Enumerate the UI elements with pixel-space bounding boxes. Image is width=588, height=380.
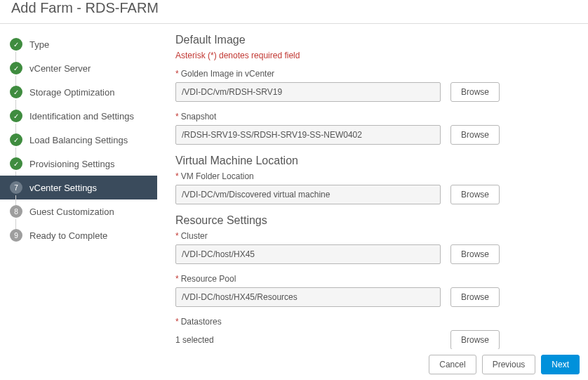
step-storage-optimization[interactable]: Storage Optimization — [0, 80, 157, 104]
wizard-title: Add Farm - RDS-FARM — [11, 0, 577, 16]
datastores-label: *Datastores — [175, 317, 570, 327]
step-vcenter-server[interactable]: vCenter Server — [0, 56, 157, 80]
vm-folder-input[interactable] — [175, 185, 441, 204]
section-resource-settings: Resource Settings — [175, 214, 570, 227]
cluster-label: *Cluster — [175, 231, 570, 241]
check-icon — [10, 62, 22, 74]
snapshot-input[interactable] — [175, 125, 441, 145]
wizard-footer: Cancel Previous Next — [0, 349, 588, 380]
cancel-button[interactable]: Cancel — [429, 355, 476, 374]
wizard-header: Add Farm - RDS-FARM — [0, 0, 588, 24]
step-label: Provisioning Settings — [29, 159, 114, 169]
step-vcenter-settings[interactable]: 7 vCenter Settings — [0, 176, 157, 199]
step-label: Type — [29, 39, 49, 50]
field-snapshot: *Snapshot Browse — [175, 112, 570, 145]
step-number-icon: 8 — [10, 205, 22, 218]
browse-vm-folder-button[interactable]: Browse — [450, 185, 500, 204]
resource-pool-input[interactable] — [175, 287, 441, 307]
step-load-balancing[interactable]: Load Balancing Settings — [0, 128, 157, 152]
browse-cluster-button[interactable]: Browse — [450, 244, 500, 264]
browse-snapshot-button[interactable]: Browse — [450, 125, 500, 145]
next-button[interactable]: Next — [541, 355, 580, 374]
step-number-icon: 7 — [10, 181, 22, 194]
wizard-content: Default Image Asterisk (*) denotes requi… — [157, 24, 588, 354]
check-icon — [10, 133, 22, 146]
check-icon — [10, 157, 22, 170]
step-label: Identification and Settings — [29, 111, 134, 122]
snapshot-label: *Snapshot — [175, 112, 570, 122]
required-field-note: Asterisk (*) denotes required field — [175, 51, 570, 60]
step-label: vCenter Settings — [29, 183, 97, 193]
datastores-selected: 1 selected — [175, 335, 441, 345]
step-label: Guest Customization — [29, 207, 114, 217]
field-golden-image: *Golden Image in vCenter Browse — [175, 69, 570, 102]
step-number-icon: 9 — [10, 229, 22, 242]
check-icon — [10, 110, 22, 122]
section-vm-location: Virtual Machine Location — [175, 155, 570, 167]
step-provisioning[interactable]: Provisioning Settings — [0, 152, 157, 176]
vm-folder-label: *VM Folder Location — [175, 171, 570, 181]
step-type[interactable]: Type — [0, 32, 157, 56]
field-datastores: *Datastores 1 selected Browse — [175, 317, 570, 350]
wizard-sidebar: Type vCenter Server Storage Optimization… — [0, 24, 157, 354]
field-vm-folder: *VM Folder Location Browse — [175, 171, 570, 204]
golden-image-label: *Golden Image in vCenter — [175, 69, 570, 79]
field-cluster: *Cluster Browse — [175, 231, 570, 264]
step-label: Load Balancing Settings — [29, 135, 128, 145]
previous-button[interactable]: Previous — [482, 355, 536, 374]
step-label: Storage Optimization — [29, 87, 114, 98]
field-resource-pool: *Resource Pool Browse — [175, 274, 570, 307]
step-label: vCenter Server — [29, 63, 91, 74]
step-guest-customization[interactable]: 8 Guest Customization — [0, 199, 157, 223]
browse-datastores-button[interactable]: Browse — [450, 330, 500, 350]
step-ready-complete[interactable]: 9 Ready to Complete — [0, 223, 157, 247]
check-icon — [10, 38, 22, 51]
check-icon — [10, 86, 22, 98]
resource-pool-label: *Resource Pool — [175, 274, 570, 284]
browse-golden-image-button[interactable]: Browse — [450, 82, 500, 102]
step-label: Ready to Complete — [29, 230, 107, 241]
browse-resource-pool-button[interactable]: Browse — [450, 287, 500, 307]
golden-image-input[interactable] — [175, 82, 441, 102]
section-default-image: Default Image — [175, 34, 570, 46]
cluster-input[interactable] — [175, 244, 441, 264]
step-identification[interactable]: Identification and Settings — [0, 104, 157, 128]
